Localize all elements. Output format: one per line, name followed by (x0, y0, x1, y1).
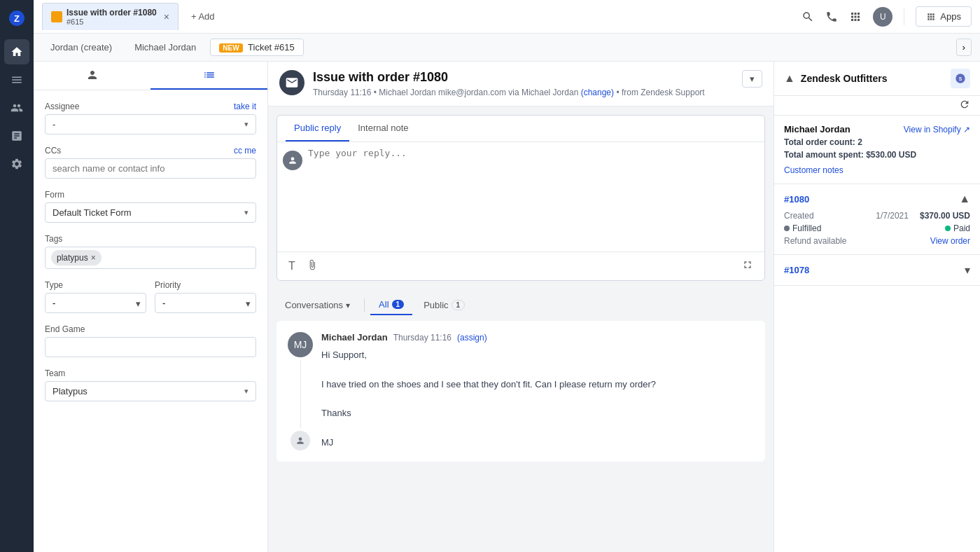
message-author: Michael Jordan (321, 332, 388, 343)
reports-icon[interactable] (4, 123, 29, 149)
sub-tab-jordan-create[interactable]: Jordan (create) (42, 39, 120, 55)
ticket-dropdown-button[interactable]: ▾ (742, 70, 762, 88)
user-avatar[interactable]: U (873, 7, 892, 27)
tags-label: Tags (45, 234, 256, 244)
team-label: Team (45, 368, 256, 378)
tab-close-button[interactable]: × (164, 11, 169, 22)
order-1080-collapse-button[interactable]: ▲ (959, 193, 970, 205)
team-chevron: ▾ (244, 387, 248, 396)
end-game-input[interactable] (45, 337, 256, 357)
customer-notes-link[interactable]: Customer notes (784, 165, 970, 175)
reply-tab-public[interactable]: Public reply (286, 116, 349, 142)
svg-text:S: S (959, 76, 962, 81)
assignee-select[interactable]: - ▾ (45, 114, 256, 134)
end-game-field: End Game (45, 324, 256, 357)
team-field: Team Platypus ▾ (45, 368, 256, 401)
message-avatar: MJ (288, 332, 313, 357)
settings-icon[interactable] (4, 151, 29, 177)
phone-icon[interactable] (825, 11, 838, 23)
grid-icon[interactable] (849, 11, 862, 23)
view-order-link[interactable]: View order (930, 236, 970, 246)
team-select[interactable]: Platypus ▾ (45, 381, 256, 401)
refresh-button[interactable] (959, 99, 970, 112)
views-icon[interactable] (4, 67, 29, 92)
view-in-shopify-link[interactable]: View in Shopify ↗ (904, 125, 970, 134)
tab-title: Issue with order #1080 (66, 8, 157, 18)
change-link[interactable]: (change) (581, 88, 614, 97)
order-1078-id[interactable]: #1078 (784, 265, 809, 275)
type-select[interactable]: - (45, 293, 146, 313)
ccs-input[interactable] (45, 158, 256, 179)
attachment-button[interactable] (304, 256, 321, 276)
panel-tab-person[interactable] (34, 62, 150, 90)
main-content: Issue with order #1080 Thursday 11:16 • … (268, 62, 774, 552)
shopify-icon: S (951, 69, 970, 88)
reply-input-area (277, 142, 764, 251)
sub-tab-michael-jordan[interactable]: Michael Jordan (126, 39, 204, 55)
search-icon[interactable] (802, 11, 814, 23)
conv-tab-public[interactable]: Public 1 (415, 296, 473, 315)
left-navigation: Z (0, 0, 34, 552)
order-1078-section[interactable]: #1078 ▾ (774, 255, 980, 286)
conv-tab-all[interactable]: All 1 (370, 295, 412, 315)
new-badge: NEW (219, 43, 242, 53)
right-panel-collapse-button[interactable]: ▲ (784, 72, 795, 85)
reply-toolbar: T (277, 251, 764, 280)
contacts-icon[interactable] (4, 95, 29, 120)
ticket-sender-avatar (279, 70, 304, 95)
conv-public-badge: 1 (451, 300, 465, 310)
add-tab-button[interactable]: + Add (184, 8, 222, 25)
ticket-header: Issue with order #1080 Thursday 11:16 • … (268, 62, 774, 106)
priority-select[interactable]: - (155, 293, 256, 313)
order-1080-refund-row: Refund available View order (784, 236, 970, 246)
right-panel: ▲ Zendesk Outfitters S Michae (774, 62, 980, 552)
ccs-field: CCs cc me (45, 146, 256, 179)
order-1080-header: #1080 ▲ (784, 193, 970, 205)
order-1080-id[interactable]: #1080 (784, 194, 809, 205)
cc-me-link[interactable]: cc me (234, 146, 256, 156)
reply-tab-internal[interactable]: Internal note (349, 116, 416, 142)
form-select[interactable]: Default Ticket Form ▾ (45, 202, 256, 223)
text-format-button[interactable]: T (286, 257, 298, 275)
message-time: Thursday 11:16 (393, 333, 451, 343)
reply-user-avatar (283, 151, 302, 170)
ticket-title: Issue with order #1080 (313, 70, 705, 85)
refund-label: Refund available (784, 236, 846, 246)
total-amount-spent: Total amount spent: $530.00 USD (784, 150, 970, 160)
expand-button[interactable] (739, 256, 756, 276)
top-bar: Issue with order #1080 #615 × + Add U (34, 0, 980, 34)
home-icon[interactable] (4, 39, 29, 64)
sub-nav-arrow[interactable]: › (956, 39, 972, 56)
ticket-meta: Thursday 11:16 • Michael Jordan mike@jor… (313, 88, 705, 97)
conversations-area: Conversations ▾ All 1 Public 1 (268, 289, 774, 552)
priority-field: Priority - ▾ (155, 280, 256, 313)
assign-link[interactable]: (assign) (457, 333, 487, 343)
end-game-label: End Game (45, 324, 256, 334)
sub-tab-ticket-615[interactable]: NEW Ticket #615 (210, 39, 303, 56)
left-panel-tabs (34, 62, 267, 90)
ccs-label: CCs cc me (45, 146, 256, 156)
reply-textarea[interactable] (308, 148, 759, 246)
tag-remove-platypus[interactable]: × (91, 253, 96, 263)
ticket-title-block: Issue with order #1080 Thursday 11:16 • … (313, 70, 705, 97)
tab-subtitle: #615 (66, 18, 157, 26)
assignee-chevron: ▾ (244, 120, 248, 129)
assignee-field: Assignee take it - ▾ (45, 102, 256, 134)
take-it-link[interactable]: take it (234, 102, 256, 111)
form-chevron: ▾ (244, 208, 248, 217)
conv-tab-conversations[interactable]: Conversations ▾ (276, 296, 358, 315)
active-tab[interactable]: Issue with order #1080 #615 × (42, 3, 178, 30)
left-panel: Assignee take it - ▾ CCs cc me (34, 62, 268, 552)
order-1080-section: #1080 ▲ Created 1/7/2021 $370.00 USD (774, 184, 980, 255)
message-content: Michael Jordan Thursday 11:16 (assign) H… (321, 332, 754, 450)
top-bar-icons: U Apps (802, 6, 972, 27)
customer-name: Michael Jordan (784, 124, 850, 134)
order-1080-created-label: Created (784, 211, 814, 221)
tags-container[interactable]: platypus × (45, 247, 256, 269)
order-1080-created-row: Created 1/7/2021 $370.00 USD (784, 211, 970, 221)
left-panel-body: Assignee take it - ▾ CCs cc me (34, 90, 267, 424)
tab-title-block: Issue with order #1080 #615 (66, 8, 157, 26)
panel-tab-list[interactable] (150, 62, 267, 90)
apps-button[interactable]: Apps (916, 6, 972, 27)
order-1080-created-date: 1/7/2021 (876, 211, 909, 221)
